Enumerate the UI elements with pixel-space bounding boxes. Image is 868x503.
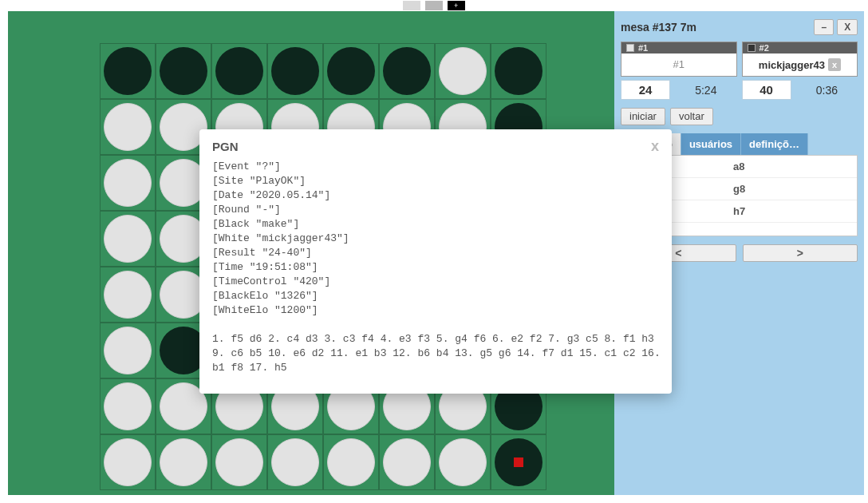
score-p2: 40: [742, 80, 791, 100]
board-cell[interactable]: [100, 155, 156, 211]
board-cell[interactable]: [435, 43, 491, 99]
board-cell[interactable]: [156, 43, 211, 99]
board-cell[interactable]: [491, 434, 546, 490]
player2-name: mickjagger43: [759, 59, 825, 71]
side-header: mesa #137 7m – X: [621, 19, 858, 35]
board-cell[interactable]: [267, 434, 323, 490]
board-cell[interactable]: [379, 43, 435, 99]
time-p2: 0:36: [796, 84, 858, 97]
theme-dark[interactable]: +: [448, 1, 465, 10]
white-disc: [327, 438, 375, 486]
board-cell[interactable]: [100, 323, 156, 378]
actions-row: iniciar voltar: [621, 108, 858, 125]
player1-box[interactable]: #1 #1: [621, 42, 737, 77]
slot2-label: #2: [760, 43, 769, 53]
score-bar: 24 5:24 40 0:36: [621, 80, 858, 100]
white-disc: [104, 382, 152, 430]
white-disc: [104, 103, 152, 151]
board-cell[interactable]: [435, 434, 491, 490]
white-disc: [439, 438, 487, 486]
board-cell[interactable]: [323, 43, 379, 99]
nav-next-button[interactable]: >: [743, 244, 858, 262]
table-title: mesa #137 7m: [621, 21, 696, 34]
board-cell[interactable]: [100, 211, 156, 267]
white-disc: [104, 438, 152, 486]
white-disc: [215, 438, 263, 486]
back-button[interactable]: voltar: [670, 108, 713, 125]
white-disc: [383, 438, 431, 486]
black-disc: [104, 47, 152, 95]
board-cell[interactable]: [100, 43, 156, 99]
board-cell[interactable]: [100, 378, 156, 434]
board-cell[interactable]: [100, 434, 156, 490]
theme-mid[interactable]: [425, 1, 443, 10]
board-cell[interactable]: [379, 434, 435, 490]
black-disc: [271, 47, 319, 95]
close-button[interactable]: X: [837, 19, 858, 35]
board-cell[interactable]: [100, 99, 156, 155]
board-cell[interactable]: [211, 434, 267, 490]
players-row: #1 #1 #2 mickjagger43 x: [621, 42, 858, 77]
modal-close-button[interactable]: x: [651, 139, 659, 153]
score-p1: 24: [621, 80, 670, 100]
tab-settings[interactable]: definiçõ…: [741, 133, 808, 155]
modal-title: PGN: [212, 140, 239, 153]
pgn-modal: PGN x: [199, 129, 672, 394]
slot1-label: #1: [638, 43, 648, 53]
board-cell[interactable]: [323, 434, 379, 490]
minimize-button[interactable]: –: [814, 19, 834, 35]
black-disc: [215, 47, 263, 95]
board-cell[interactable]: [156, 434, 211, 490]
black-disc: [160, 47, 207, 95]
board-cell[interactable]: [100, 267, 156, 323]
white-disc: [271, 438, 319, 486]
start-button[interactable]: iniciar: [621, 108, 665, 125]
white-disc: [104, 159, 152, 207]
board-cell[interactable]: [267, 43, 323, 99]
board-cell[interactable]: [211, 43, 267, 99]
white-square-icon: [626, 44, 634, 52]
tab-users[interactable]: usuários: [681, 133, 741, 155]
black-disc: [327, 47, 375, 95]
time-p1: 5:24: [675, 84, 737, 97]
white-disc: [104, 215, 152, 263]
black-square-icon: [748, 44, 756, 52]
pgn-textarea[interactable]: [212, 160, 669, 380]
top-theme-bar: +: [0, 0, 868, 11]
player1-name: #1: [673, 58, 685, 70]
white-disc: [104, 271, 152, 319]
white-disc: [439, 47, 487, 95]
white-disc: [160, 438, 207, 486]
black-disc: [495, 47, 542, 95]
black-disc: [495, 438, 542, 486]
player2-box[interactable]: #2 mickjagger43 x: [742, 42, 858, 77]
white-disc: [104, 327, 152, 374]
board-cell[interactable]: [491, 43, 546, 99]
theme-light[interactable]: [403, 1, 420, 10]
black-disc: [383, 47, 431, 95]
kick-player2-button[interactable]: x: [828, 58, 841, 71]
